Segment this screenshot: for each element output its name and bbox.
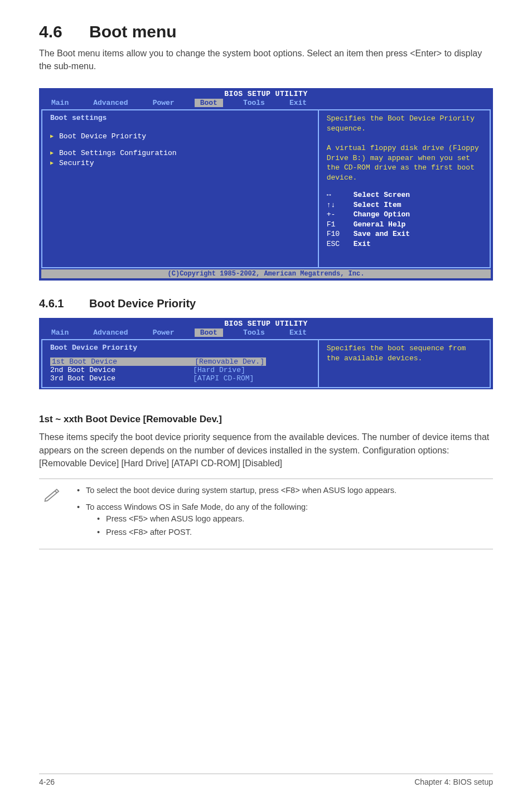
note-subitem: Press <F5> when ASUS logo appears. <box>86 513 396 525</box>
bios-tab-bar: Main Advanced Power Boot Tools Exit <box>39 328 493 339</box>
bios-row-2nd-boot: 2nd Boot Device[Hard Drive] <box>50 366 310 374</box>
bios-tab-power: Power <box>148 99 179 107</box>
note-item: To access Windows OS in Safe Mode, do an… <box>75 501 396 539</box>
chapter-label: Chapter 4: BIOS setup <box>414 777 493 786</box>
bios-tab-boot: Boot <box>195 328 223 337</box>
bios-tab-main: Main <box>47 99 73 107</box>
heading-title: Boot menu <box>89 22 177 41</box>
bios-help-pane: Specifies the boot sequence from the ava… <box>318 339 491 388</box>
bios-help-text: Specifies the Boot Device Priority seque… <box>327 114 482 182</box>
intro-paragraph: The Boot menu items allow you to change … <box>39 47 493 73</box>
note-subitem: Press <F8> after POST. <box>86 526 396 539</box>
subsection-title: Boot Device Priority <box>89 297 196 310</box>
bios-tab-boot: Boot <box>195 99 223 107</box>
bios-tab-power: Power <box>148 328 179 337</box>
page-footer: 4-26 Chapter 4: BIOS setup <box>39 774 493 786</box>
bios-tab-tools: Tools <box>239 99 269 107</box>
bios-screenshot-boot-settings: BIOS SETUP UTILITY Main Advanced Power B… <box>39 88 493 281</box>
note-box: To select the boot device during system … <box>39 479 493 549</box>
bios-screenshot-boot-device-priority: BIOS SETUP UTILITY Main Advanced Power B… <box>39 318 493 390</box>
bios-tab-advanced: Advanced <box>89 328 132 337</box>
bios-help-pane: Specifies the Boot Device Priority seque… <box>318 109 491 268</box>
bios-row-1st-boot: 1st Boot Device[Removable Dev.] <box>50 357 310 366</box>
bios-row-3rd-boot: 3rd Boot Device[ATAPI CD-ROM] <box>50 374 310 383</box>
heading-number: 4.6 <box>39 22 89 41</box>
note-item: To select the boot device during system … <box>75 485 396 497</box>
bios-section-title: Boot Device Priority <box>50 344 310 352</box>
bios-item-security: Security <box>50 159 310 168</box>
bios-item-boot-device-priority: Boot Device Priority <box>50 132 310 141</box>
bios-copyright-footer: (C)Copyright 1985-2002, American Megatre… <box>41 269 491 278</box>
pencil-icon <box>43 485 64 543</box>
option-heading: 1st ~ xxth Boot Device [Removable Dev.] <box>39 414 493 425</box>
bios-tab-exit: Exit <box>285 328 311 337</box>
bios-help-text: Specifies the boot sequence from the ava… <box>327 344 482 363</box>
torn-edge-graphic <box>39 389 493 397</box>
page-heading: 4.6Boot menu <box>39 22 493 41</box>
bios-left-pane: Boot Device Priority 1st Boot Device[Rem… <box>41 339 318 388</box>
bios-title: BIOS SETUP UTILITY <box>39 318 493 328</box>
bios-tab-bar: Main Advanced Power Boot Tools Exit <box>39 99 493 109</box>
bios-section-title: Boot settings <box>50 114 310 122</box>
bios-title: BIOS SETUP UTILITY <box>39 88 493 99</box>
bios-tab-main: Main <box>47 328 73 337</box>
page-number: 4-26 <box>39 777 55 786</box>
bios-left-pane: Boot settings Boot Device Priority Boot … <box>41 109 318 268</box>
subsection-heading: 4.6.1Boot Device Priority <box>39 297 493 310</box>
bios-key-legend: ↔Select Screen ↑↓Select Item +-Change Op… <box>327 190 482 249</box>
subsection-number: 4.6.1 <box>39 297 89 310</box>
bios-item-boot-settings-config: Boot Settings Configuration <box>50 149 310 158</box>
option-paragraph: These items specify the boot device prio… <box>39 431 493 470</box>
bios-tab-advanced: Advanced <box>89 99 132 107</box>
bios-tab-exit: Exit <box>285 99 311 107</box>
note-list: To select the boot device during system … <box>75 485 396 543</box>
bios-tab-tools: Tools <box>239 328 269 337</box>
